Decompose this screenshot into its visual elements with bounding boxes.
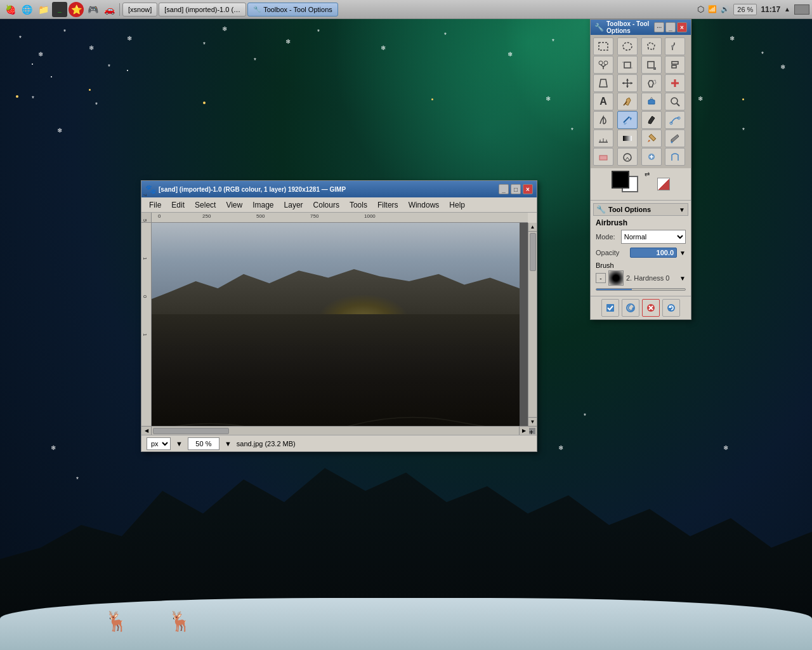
menu-colours[interactable]: Colours xyxy=(308,199,344,211)
tool-ellipse-select[interactable] xyxy=(617,37,638,55)
tray-arrow[interactable]: ▲ xyxy=(784,6,790,13)
ruler-row: 0 250 500 750 1000 xyxy=(141,213,537,223)
terminal-icon[interactable]: _ xyxy=(52,2,67,17)
tool-options-collapse-icon[interactable]: ▼ xyxy=(679,206,685,213)
tool-move[interactable] xyxy=(617,74,638,92)
brush-expand-btn[interactable]: ▼ xyxy=(679,275,686,282)
battery-indicator[interactable]: 26 % xyxy=(733,4,757,15)
restore-tool-options-btn[interactable] xyxy=(622,299,639,317)
taskbar-toolbox-btn[interactable]: 🔧 Toolbox - Tool Options xyxy=(247,3,338,17)
mode-label: Mode: xyxy=(596,233,619,241)
menu-view[interactable]: View xyxy=(221,199,247,211)
scroll-thumb-v[interactable] xyxy=(530,233,536,271)
swap-colors-btn[interactable]: ⇄ xyxy=(645,171,650,178)
toolbox-minimize-btn[interactable]: _ xyxy=(665,22,676,32)
tool-bucket[interactable] xyxy=(641,93,662,110)
tool-airbrush[interactable] xyxy=(617,111,638,129)
quick-mask-btn[interactable] xyxy=(657,178,670,190)
scroll-up-btn[interactable]: ▲ xyxy=(528,223,537,232)
wifi-icon[interactable]: 📶 xyxy=(708,5,717,13)
gimp-close-btn[interactable]: × xyxy=(523,184,533,194)
xsnow-label: [xsnow] xyxy=(128,6,152,13)
svg-point-24 xyxy=(623,43,632,50)
menu-windows[interactable]: Windows xyxy=(403,199,445,211)
taskbar-xsnow-btn[interactable]: [xsnow] xyxy=(122,3,157,17)
canvas-row: 7 5 1 0 1 xyxy=(141,223,537,426)
screen-icon[interactable] xyxy=(794,4,809,15)
gimp-maximize-btn[interactable]: □ xyxy=(511,184,521,194)
menu-image[interactable]: Image xyxy=(247,199,278,211)
toolbox-close-btn[interactable]: × xyxy=(677,22,687,32)
brush-size-decrease[interactable]: - xyxy=(596,273,606,283)
tool-pencil[interactable] xyxy=(641,129,662,147)
save-tool-options-btn[interactable] xyxy=(601,299,619,317)
tool-rect-select[interactable] xyxy=(593,37,613,55)
reset-tool-options-btn[interactable] xyxy=(662,299,680,317)
tool-perspective[interactable] xyxy=(593,74,613,92)
foreground-color[interactable] xyxy=(612,171,629,189)
raspberry-pi-icon[interactable]: 🍓 xyxy=(3,2,18,17)
menu-select[interactable]: Select xyxy=(190,199,221,211)
scroll-down-btn[interactable]: ▼ xyxy=(528,417,537,426)
tool-crop[interactable] xyxy=(617,56,638,74)
game1-icon[interactable]: ⭐ xyxy=(69,2,84,17)
tool-extra1[interactable] xyxy=(641,148,662,166)
gimp-statusbar: px ▼ ▼ sand.jpg (23.2 MB) xyxy=(141,435,537,451)
scroll-left-btn[interactable]: ◀ xyxy=(141,426,152,435)
tool-text[interactable]: A xyxy=(593,93,613,110)
opacity-expand-btn[interactable]: ▼ xyxy=(679,249,686,256)
tool-free-select[interactable] xyxy=(641,37,662,55)
corner-resize[interactable]: + xyxy=(529,428,535,434)
menu-layer[interactable]: Layer xyxy=(279,199,308,211)
taskbar-sand-btn[interactable]: [sand] (imported)-1.0 (… xyxy=(159,3,246,17)
menu-edit[interactable]: Edit xyxy=(166,199,190,211)
tool-paths[interactable] xyxy=(665,111,685,129)
tool-extra2[interactable] xyxy=(665,148,685,166)
tool-heal[interactable] xyxy=(665,74,685,92)
menu-file[interactable]: File xyxy=(144,199,166,211)
vertical-scrollbar[interactable]: ▲ ▼ xyxy=(528,223,537,426)
tool-dodge[interactable] xyxy=(617,148,638,166)
browser-icon[interactable]: 🌐 xyxy=(19,2,34,17)
horizontal-scrollbar[interactable] xyxy=(152,426,519,435)
tool-ink[interactable] xyxy=(641,111,662,129)
files-icon[interactable]: 📁 xyxy=(36,2,51,17)
toolbox-logo: 🔧 xyxy=(594,23,604,32)
canvas-container[interactable] xyxy=(152,223,528,426)
delete-tool-options-btn[interactable] xyxy=(642,299,660,317)
tool-color-picker[interactable] xyxy=(665,93,685,110)
svg-rect-31 xyxy=(648,62,654,68)
tool-blend[interactable] xyxy=(617,129,638,147)
clock[interactable]: 11:17 xyxy=(761,5,780,14)
unit-select[interactable]: px xyxy=(147,437,171,450)
opacity-slider[interactable]: 100.0 xyxy=(630,246,677,259)
mode-select[interactable]: Normal xyxy=(621,230,686,244)
tool-options-header[interactable]: 🔧 Tool Options ▼ xyxy=(593,203,688,216)
menu-filters[interactable]: Filters xyxy=(372,199,403,211)
volume-icon[interactable]: 🔊 xyxy=(721,5,730,13)
menu-help[interactable]: Help xyxy=(444,199,470,211)
tool-align[interactable] xyxy=(665,56,685,74)
tool-eraser[interactable] xyxy=(593,148,613,166)
zoom-input[interactable] xyxy=(188,437,219,450)
extra-slider[interactable] xyxy=(596,288,686,291)
toolbox-label: Toolbox - Tool Options xyxy=(263,6,332,13)
scroll-right-btn[interactable]: ▶ xyxy=(519,426,528,435)
menu-tools[interactable]: Tools xyxy=(344,199,372,211)
tool-clone[interactable] xyxy=(641,74,662,92)
tool-paintbrush[interactable] xyxy=(665,129,685,147)
bluetooth-icon[interactable]: ⬡ xyxy=(697,4,704,14)
tool-smudge[interactable] xyxy=(617,93,638,110)
tool-scissors[interactable] xyxy=(593,56,613,74)
tool-fuzzy-select[interactable] xyxy=(665,37,685,55)
game2-icon[interactable]: 🎮 xyxy=(85,2,100,17)
tool-dodge-burn[interactable] xyxy=(593,111,613,129)
snowflake: * xyxy=(76,476,79,483)
tool-measure[interactable] xyxy=(593,129,613,147)
game3-icon[interactable]: 🚗 xyxy=(102,2,117,17)
svg-rect-23 xyxy=(599,43,608,50)
toolbox-options-btn[interactable]: ⋯ xyxy=(654,22,664,32)
scroll-thumb-h[interactable] xyxy=(153,428,229,434)
tool-transform[interactable] xyxy=(641,56,662,74)
gimp-minimize-btn[interactable]: _ xyxy=(499,184,509,194)
